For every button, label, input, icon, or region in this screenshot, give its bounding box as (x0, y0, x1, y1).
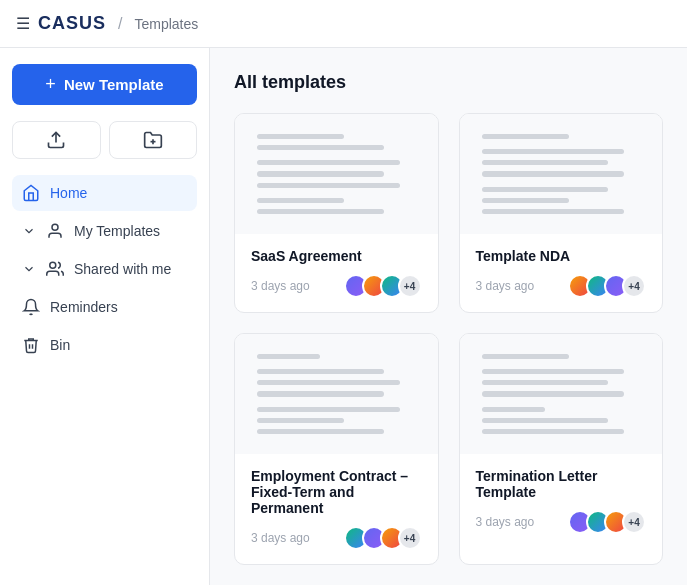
preview-line (482, 380, 609, 385)
preview-line (482, 198, 569, 203)
folder-button[interactable] (109, 121, 198, 159)
preview-line (257, 407, 400, 412)
group-icon (46, 260, 64, 278)
template-card-1[interactable]: Template NDA 3 days ago +4 (459, 113, 664, 313)
nav-section: Home My Templates (12, 175, 197, 363)
avatars-1: +4 (568, 274, 646, 298)
folder-icon (143, 130, 163, 150)
template-name-2: Employment Contract – Fixed-Term and Per… (251, 468, 422, 516)
template-preview-0 (235, 114, 438, 234)
template-meta-3: 3 days ago +4 (476, 510, 647, 534)
preview-line (482, 134, 569, 139)
home-icon (22, 184, 40, 202)
preview-line (257, 209, 384, 214)
breadcrumb-separator: / (118, 15, 122, 33)
logo: CASUS (38, 13, 106, 34)
avatar-count-1: +4 (622, 274, 646, 298)
preview-line (482, 354, 569, 359)
avatar-count-2: +4 (398, 526, 422, 550)
preview-line (482, 418, 609, 423)
preview-line (257, 171, 384, 176)
section-title: All templates (234, 72, 663, 93)
preview-line (257, 354, 320, 359)
template-meta-1: 3 days ago +4 (476, 274, 647, 298)
preview-line (257, 429, 384, 434)
new-template-button[interactable]: + New Template (12, 64, 197, 105)
avatars-0: +4 (344, 274, 422, 298)
icon-buttons-row (12, 121, 197, 159)
preview-line (482, 429, 625, 434)
bell-icon (22, 298, 40, 316)
preview-line (482, 407, 545, 412)
template-name-3: Termination Letter Template (476, 468, 647, 500)
template-info-1: Template NDA 3 days ago +4 (460, 234, 663, 312)
preview-line (482, 171, 625, 176)
menu-icon[interactable]: ☰ (16, 14, 30, 33)
avatars-3: +4 (568, 510, 646, 534)
person-icon (46, 222, 64, 240)
sidebar-item-reminders[interactable]: Reminders (12, 289, 197, 325)
template-preview-3 (460, 334, 663, 454)
preview-line (482, 187, 609, 192)
template-date-1: 3 days ago (476, 279, 535, 293)
preview-line (482, 209, 625, 214)
preview-line (257, 418, 344, 423)
topbar: ☰ CASUS / Templates (0, 0, 687, 48)
breadcrumb: Templates (134, 16, 198, 32)
preview-line (482, 160, 609, 165)
template-info-2: Employment Contract – Fixed-Term and Per… (235, 454, 438, 564)
sidebar-item-home[interactable]: Home (12, 175, 197, 211)
upload-icon (46, 130, 66, 150)
sidebar-item-my-templates[interactable]: My Templates (12, 213, 197, 249)
trash-icon (22, 336, 40, 354)
templates-grid: SaaS Agreement 3 days ago +4 (234, 113, 663, 565)
template-preview-1 (460, 114, 663, 234)
template-info-0: SaaS Agreement 3 days ago +4 (235, 234, 438, 312)
chevron-down-icon (22, 224, 36, 238)
my-templates-label: My Templates (74, 223, 160, 239)
template-meta-2: 3 days ago +4 (251, 526, 422, 550)
bin-label: Bin (50, 337, 70, 353)
upload-button[interactable] (12, 121, 101, 159)
template-meta-0: 3 days ago +4 (251, 274, 422, 298)
preview-line (257, 369, 384, 374)
sidebar-item-shared[interactable]: Shared with me (12, 251, 197, 287)
preview-line (257, 183, 400, 188)
preview-line (257, 198, 344, 203)
svg-point-4 (50, 262, 56, 268)
template-card-3[interactable]: Termination Letter Template 3 days ago +… (459, 333, 664, 565)
main-content: All templates SaaS Agreement 3 days ago (210, 48, 687, 585)
avatar-count-3: +4 (622, 510, 646, 534)
preview-line (482, 391, 625, 396)
avatar-count-0: +4 (398, 274, 422, 298)
template-date-2: 3 days ago (251, 531, 310, 545)
reminders-label: Reminders (50, 299, 118, 315)
template-info-3: Termination Letter Template 3 days ago +… (460, 454, 663, 548)
plus-icon: + (45, 74, 56, 95)
preview-line (257, 160, 400, 165)
preview-line (482, 369, 625, 374)
svg-point-3 (52, 224, 58, 230)
sidebar: + New Template (0, 48, 210, 585)
shared-label: Shared with me (74, 261, 171, 277)
layout: + New Template (0, 48, 687, 585)
template-date-0: 3 days ago (251, 279, 310, 293)
template-card-0[interactable]: SaaS Agreement 3 days ago +4 (234, 113, 439, 313)
template-name-1: Template NDA (476, 248, 647, 264)
preview-line (257, 145, 384, 150)
preview-line (482, 149, 625, 154)
avatars-2: +4 (344, 526, 422, 550)
preview-line (257, 391, 384, 396)
template-name-0: SaaS Agreement (251, 248, 422, 264)
template-preview-2 (235, 334, 438, 454)
new-template-label: New Template (64, 76, 164, 93)
template-card-2[interactable]: Employment Contract – Fixed-Term and Per… (234, 333, 439, 565)
home-label: Home (50, 185, 87, 201)
template-date-3: 3 days ago (476, 515, 535, 529)
chevron-down-icon2 (22, 262, 36, 276)
preview-line (257, 134, 344, 139)
sidebar-item-bin[interactable]: Bin (12, 327, 197, 363)
preview-line (257, 380, 400, 385)
